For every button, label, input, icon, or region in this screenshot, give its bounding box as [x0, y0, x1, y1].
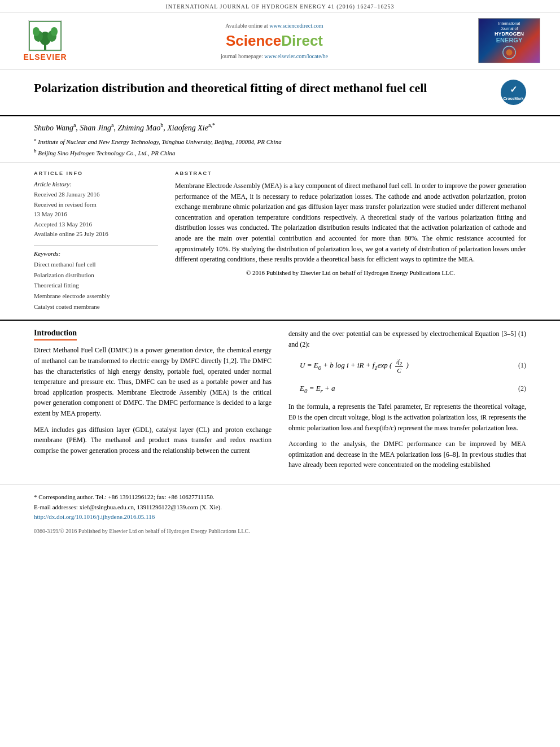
- equation-2-number: (2): [518, 385, 526, 393]
- authors-section: Shubo Wanga, Shan Jinga, Zhiming Maob, X…: [0, 116, 560, 162]
- authors-line: Shubo Wanga, Shan Jinga, Zhiming Maob, X…: [34, 122, 526, 133]
- affil-2: b Beijing Sino Hydrogen Technology Co., …: [34, 147, 526, 158]
- history-received: Received 28 January 2016: [34, 190, 158, 200]
- svg-point-5: [51, 27, 58, 36]
- article-title-section: Polarization distribution and theoretica…: [0, 69, 560, 116]
- author-1: Shubo Wang: [34, 124, 73, 132]
- journal-cover: International Journal of HYDROGEN ENERGY: [478, 18, 540, 63]
- cover-graphic: [498, 45, 520, 60]
- sciencedirect-link[interactable]: www.sciencedirect.com: [269, 23, 323, 29]
- svg-point-9: [506, 50, 512, 56]
- intro-para-1: Direct Methanol Fuel Cell (DMFC) is a po…: [34, 345, 272, 418]
- corresponding-note: * Corresponding author. Tel.: +86 139112…: [34, 492, 526, 503]
- history-revised-date: 13 May 2016: [34, 209, 158, 220]
- elsevier-label: ELSEVIER: [23, 53, 67, 62]
- equation-1: U = E0 + b log i + iR + f1exp ( if2 C ): [288, 358, 409, 374]
- header: ELSEVIER Available online at www.science…: [0, 12, 560, 69]
- copyright-line: © 2016 Published by Elsevier Ltd on beha…: [175, 269, 526, 276]
- equation-2: E0 = Er + a: [288, 384, 335, 394]
- divider: [34, 245, 158, 246]
- journal-cover-area: International Journal of HYDROGEN ENERGY: [470, 18, 549, 63]
- keyword-5: Catalyst coated membrane: [34, 302, 158, 312]
- elsevier-tree-icon: [28, 20, 62, 51]
- journal-homepage-link[interactable]: www.elsevier.com/locate/he: [264, 53, 328, 59]
- sciencedirect-area: Available online at www.sciencedirect.co…: [79, 23, 470, 59]
- abstract-text: Membrane Electrode Assembly (MEA) is a k…: [175, 181, 526, 265]
- right-col-intro: density and the over potential can be ex…: [288, 329, 526, 350]
- abstract-heading: ABSTRACT: [175, 171, 526, 176]
- crossmark-badge[interactable]: ✓ CrossMark: [501, 80, 526, 105]
- abstract-col: ABSTRACT Membrane Electrode Assembly (ME…: [175, 171, 526, 312]
- sciencedirect-logo: ScienceDirect: [226, 32, 323, 50]
- body-right-col: density and the over potential can be ex…: [288, 329, 526, 476]
- article-title-row: Polarization distribution and theoretica…: [34, 80, 526, 105]
- footer-notes: * Corresponding author. Tel.: +86 139112…: [0, 484, 560, 526]
- article-body: Introduction Direct Methanol Fuel Cell (…: [0, 320, 560, 484]
- equation-1-block: U = E0 + b log i + iR + f1exp ( if2 C ) …: [288, 356, 526, 376]
- history-accepted: Accepted 13 May 2016: [34, 220, 158, 230]
- journal-banner-text: INTERNATIONAL JOURNAL OF HYDROGEN ENERGY…: [165, 3, 394, 10]
- keyword-4: Membrane electrode assembly: [34, 291, 158, 302]
- doi-line: http://dx.doi.org/10.1016/j.ijhydene.201…: [34, 512, 526, 522]
- article-history-label: Article history:: [34, 181, 158, 187]
- equation-2-block: E0 = Er + a (2): [288, 382, 526, 396]
- keyword-1: Direct methanol fuel cell: [34, 259, 158, 270]
- history-revised-label: Received in revised form: [34, 200, 158, 210]
- article-history: Article history: Received 28 January 201…: [34, 181, 158, 239]
- article-info-abstract-section: ARTICLE INFO Article history: Received 2…: [0, 162, 560, 320]
- svg-point-4: [33, 27, 40, 36]
- keyword-3: Theoretical fitting: [34, 280, 158, 291]
- introduction-heading: Introduction: [34, 329, 77, 340]
- article-info-heading: ARTICLE INFO: [34, 171, 158, 176]
- email-note: E-mail addresses: xief@tsinghua.edu.cn, …: [34, 503, 526, 513]
- body-left-col: Introduction Direct Methanol Fuel Cell (…: [34, 329, 272, 476]
- equation-1-number: (1): [518, 361, 526, 370]
- doi-link[interactable]: http://dx.doi.org/10.1016/j.ijhydene.201…: [34, 513, 155, 520]
- history-online: Available online 25 July 2016: [34, 229, 158, 239]
- author-4: Xiaofeng Xie: [167, 124, 208, 132]
- journal-banner: INTERNATIONAL JOURNAL OF HYDROGEN ENERGY…: [0, 0, 560, 12]
- dmfc-para: According to the analysis, the DMFC perf…: [288, 439, 526, 470]
- formula-explanation: In the formula, a represents the Tafel p…: [288, 401, 526, 433]
- available-online-label: Available online at www.sciencedirect.co…: [225, 23, 323, 29]
- journal-homepage: journal homepage: www.elsevier.com/locat…: [221, 53, 328, 59]
- keyword-2: Polarization distribution: [34, 270, 158, 281]
- author-2: Shan Jing: [80, 124, 111, 132]
- affiliations: a Institute of Nuclear and New Energy Te…: [34, 136, 526, 158]
- author-3: Zhiming Mao: [117, 124, 160, 132]
- affil-1: a Institute of Nuclear and New Energy Te…: [34, 136, 526, 146]
- elsevier-logo: ELSEVIER: [23, 20, 67, 62]
- article-info-col: ARTICLE INFO Article history: Received 2…: [34, 171, 158, 312]
- intro-para-2: MEA includes gas diffusion layer (GDL), …: [34, 425, 272, 456]
- keywords-label: Keywords:: [34, 250, 158, 257]
- elsevier-logo-area: ELSEVIER: [11, 20, 79, 62]
- footer-pub-line: 0360-3199/© 2016 Published by Elsevier L…: [0, 526, 560, 536]
- article-title: Polarization distribution and theoretica…: [34, 80, 501, 97]
